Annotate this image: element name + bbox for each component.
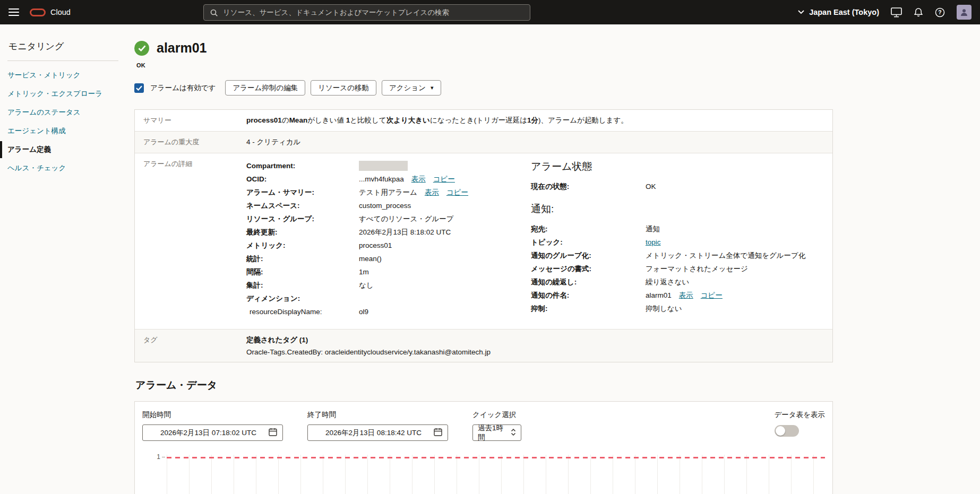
metric-chart: 1: [167, 455, 825, 494]
summary-segment: 次より大きい: [386, 116, 430, 124]
global-search[interactable]: [203, 4, 530, 21]
severity-value: 4 - クリティカル: [246, 132, 832, 153]
detail-field-value: 繰り返さない: [646, 278, 689, 287]
detail-field-label: 間隔:: [246, 267, 359, 277]
detail-field-value: OK: [646, 183, 656, 190]
sidebar-item[interactable]: ヘルス・チェック: [0, 160, 118, 177]
start-time-input[interactable]: 2026年2月13日 07:18:02 UTC: [142, 424, 283, 441]
sidebar-item[interactable]: アラーム定義: [0, 141, 118, 158]
detail-field-value: ...mvh4fukpaa表示コピー: [359, 175, 455, 184]
copy-link[interactable]: コピー: [446, 188, 468, 196]
notifications-bell-icon[interactable]: [914, 7, 923, 18]
summary-row: サマリー process01のMeanがしきい値 1と比較して次より大きいになっ…: [135, 110, 832, 131]
detail-value-text: custom_process: [359, 202, 411, 210]
edit-suppression-button[interactable]: アラーム抑制の編集: [225, 80, 305, 96]
y-axis-tick-label: 1: [147, 453, 160, 461]
search-icon: [210, 8, 218, 17]
oracle-cloud-logo[interactable]: Cloud: [30, 8, 71, 16]
detail-value-text: フォーマットされたメッセージ: [646, 265, 748, 273]
calendar-icon[interactable]: [434, 428, 442, 438]
chart-controls: 開始時間 2026年2月13日 07:18:02 UTC 終了時間 2026年2…: [142, 410, 825, 441]
sidebar-divider: [7, 60, 118, 61]
sidebar-title: モニタリング: [7, 40, 118, 53]
summary-row-label: サマリー: [135, 110, 246, 131]
detail-field-row: 集計:なし: [246, 279, 531, 292]
detail-field-value: フォーマットされたメッセージ: [646, 264, 748, 274]
show-link[interactable]: 表示: [425, 188, 439, 196]
detail-field-value: すべてのリソース・グループ: [359, 214, 454, 224]
detail-field-row: 統計:mean(): [246, 252, 531, 265]
detail-field-label: リソース・グループ:: [246, 214, 359, 224]
calendar-icon[interactable]: [269, 428, 277, 438]
main-content: alarm01 OK アラームは有効です アラーム抑制の編集 リソースの移動 ア…: [134, 24, 833, 494]
copy-link[interactable]: コピー: [701, 291, 723, 299]
threshold-line: [167, 457, 825, 458]
start-time-value: 2026年2月13日 07:18:02 UTC: [148, 428, 269, 438]
actions-dropdown-button[interactable]: アクション ▾: [382, 80, 441, 96]
detail-field-label: 最終更新:: [246, 228, 359, 237]
show-link[interactable]: 表示: [411, 175, 426, 183]
user-avatar[interactable]: [957, 5, 972, 20]
alarm-enabled-checkbox[interactable]: [134, 83, 144, 93]
detail-value-text: mean(): [359, 255, 382, 263]
detail-field-value: process01: [359, 241, 392, 249]
detail-value-text: メトリック・ストリーム全体で通知をグループ化: [646, 252, 805, 259]
detail-field-row: Compartment:: [246, 159, 531, 172]
detail-value-text: テスト用アラーム: [359, 188, 417, 196]
show-link[interactable]: 表示: [679, 291, 693, 299]
quick-select-value: 過去1時間: [478, 423, 507, 443]
end-time-control: 終了時間 2026年2月13日 08:18:42 UTC: [307, 410, 448, 441]
detail-field-label: 統計:: [246, 254, 359, 264]
help-icon[interactable]: ?: [935, 7, 945, 18]
detail-field-row: 間隔:1m: [246, 265, 531, 279]
detail-field-value: mean(): [359, 255, 382, 263]
detail-field-label: メッセージの書式:: [531, 264, 646, 274]
sidebar: モニタリング サービス・メトリックメトリック・エクスプローラアラームのステータス…: [0, 24, 126, 494]
quick-select-control: クイック選択 過去1時間: [472, 410, 521, 441]
y-axis-tick-mark: [162, 457, 165, 457]
detail-value-text: OK: [646, 183, 656, 190]
detail-value-text: なし: [359, 281, 374, 289]
alarm-data-card: 開始時間 2026年2月13日 07:18:02 UTC 終了時間 2026年2…: [134, 401, 833, 494]
show-data-table-toggle[interactable]: [775, 425, 799, 437]
detail-field-label: トピック:: [531, 238, 646, 247]
detail-field-row: メッセージの書式:フォーマットされたメッセージ: [531, 262, 824, 275]
summary-segment: がしきい値: [307, 116, 346, 124]
search-input[interactable]: [223, 8, 524, 16]
sidebar-item[interactable]: メトリック・エクスプローラ: [0, 85, 118, 102]
defined-tags-title: 定義されたタグ (1): [246, 335, 824, 345]
detail-field-label: アラーム・サマリー:: [246, 188, 359, 197]
summary-segment: process01: [246, 116, 282, 124]
cloud-shell-icon[interactable]: [891, 7, 902, 18]
sidebar-item[interactable]: アラームのステータス: [0, 104, 118, 121]
quick-select-dropdown[interactable]: 過去1時間: [472, 424, 521, 441]
details-row: アラームの詳細 Compartment:OCID:...mvh4fukpaa表示…: [135, 153, 832, 329]
detail-field-value: custom_process: [359, 202, 411, 210]
detail-field-label: resourceDisplayName:: [246, 308, 359, 316]
details-section-heading: アラーム状態: [531, 160, 824, 174]
summary-segment: になったとき(トリガー遅延は: [430, 116, 527, 124]
actions-dropdown-label: アクション: [389, 83, 426, 93]
detail-value-text: 繰り返さない: [646, 278, 689, 286]
menu-icon[interactable]: [8, 8, 19, 16]
sidebar-item[interactable]: エージェント構成: [0, 123, 118, 140]
detail-field-row: 抑制:抑制しない: [531, 302, 824, 315]
detail-field-row: メトリック:process01: [246, 239, 531, 252]
tag-entry: Oracle-Tags.CreatedBy: oracleidentityclo…: [246, 348, 824, 356]
copy-link[interactable]: コピー: [433, 175, 455, 183]
topic-link[interactable]: topic: [646, 238, 661, 246]
region-selector[interactable]: Japan East (Tokyo): [798, 8, 879, 16]
detail-field-label: OCID:: [246, 175, 359, 183]
page-title: alarm01: [157, 40, 207, 56]
summary-segment: の: [282, 116, 289, 124]
chart-plot-area: [167, 455, 825, 494]
sidebar-item[interactable]: サービス・メトリック: [0, 67, 118, 84]
detail-field-row: リソース・グループ:すべてのリソース・グループ: [246, 212, 531, 226]
move-resource-button[interactable]: リソースの移動: [311, 80, 376, 96]
select-stepper-icon: [511, 428, 516, 438]
detail-value-text: alarm01: [646, 291, 672, 299]
end-time-input[interactable]: 2026年2月13日 08:18:42 UTC: [307, 424, 448, 441]
detail-field-row: 通知の繰返し:繰り返さない: [531, 275, 824, 289]
detail-field-value: 抑制しない: [646, 304, 682, 314]
severity-row-label: アラームの重大度: [135, 132, 246, 153]
